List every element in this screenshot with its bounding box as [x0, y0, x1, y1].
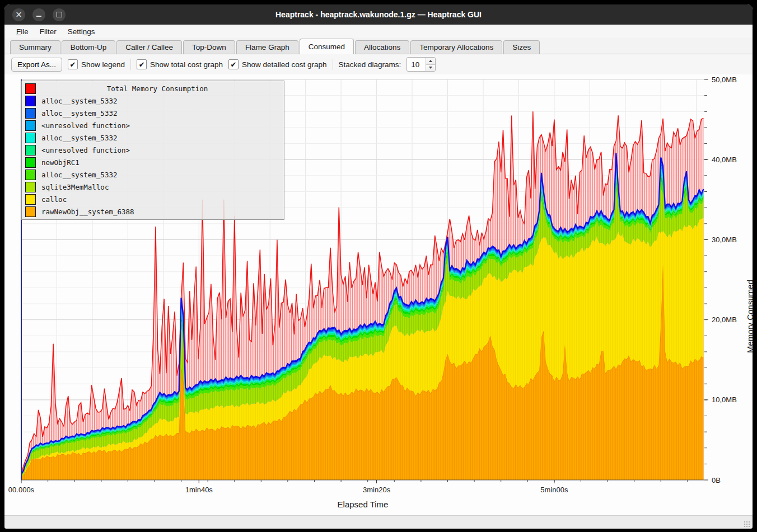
svg-text:3min20s: 3min20s — [363, 486, 391, 494]
legend-label: alloc__system_5332 — [41, 134, 117, 142]
tab-flame-graph[interactable]: Flame Graph — [236, 40, 298, 54]
legend-label: newObjRC1 — [41, 158, 80, 167]
legend-swatch — [25, 83, 36, 94]
legend-item: alloc__system_5332 — [22, 107, 284, 119]
stacked-diagrams-label: Stacked diagrams: — [339, 60, 401, 69]
tab-sizes[interactable]: Sizes — [503, 40, 540, 54]
close-icon: × — [15, 11, 22, 19]
legend-item: rawNewObj__system_6388 — [22, 205, 284, 218]
export-as-button[interactable]: Export As... — [11, 58, 62, 72]
checkbox-icon: ✔ — [137, 59, 147, 69]
screen: × Heaptrack - heaptrack.wakunode.1.gz — … — [0, 0, 757, 532]
legend-label: <unresolved function> — [41, 146, 130, 154]
svg-text:50,0MB: 50,0MB — [712, 76, 737, 84]
legend-swatch — [25, 182, 36, 192]
checkbox-icon: ✔ — [228, 59, 239, 69]
legend-item: newObjRC1 — [22, 156, 284, 168]
stacked-diagrams-spinbox[interactable]: 10 — [406, 57, 436, 72]
resize-grip-icon[interactable] — [744, 521, 751, 528]
legend-swatch — [25, 120, 36, 131]
svg-text:00.000s: 00.000s — [8, 486, 35, 494]
minimize-button[interactable] — [32, 8, 45, 21]
show-detailed-cost-checkbox[interactable]: ✔ Show detailed cost graph — [228, 59, 327, 69]
svg-text:1min40s: 1min40s — [185, 486, 213, 494]
up-arrow-icon — [429, 60, 432, 62]
svg-text:5min00s: 5min00s — [540, 486, 568, 494]
menu-bar: File Filter Settings — [4, 25, 753, 38]
maximize-icon — [57, 12, 62, 17]
legend-swatch — [25, 157, 36, 168]
legend-item: <unresolved function> — [22, 144, 284, 156]
toolbar-separator — [130, 59, 131, 70]
legend-item: Total Memory Consumption — [22, 82, 284, 95]
menu-file[interactable]: File — [11, 26, 34, 37]
svg-text:30,0MB: 30,0MB — [712, 236, 737, 244]
checkbox-label: Show detailed cost graph — [242, 60, 327, 69]
window-title: Heaptrack - heaptrack.wakunode.1.gz — He… — [4, 10, 753, 19]
heaptrack-window: × Heaptrack - heaptrack.wakunode.1.gz — … — [4, 4, 753, 529]
show-total-cost-checkbox[interactable]: ✔ Show total cost graph — [137, 59, 223, 69]
legend-swatch — [25, 206, 36, 217]
minimize-icon — [36, 16, 41, 17]
legend-label: alloc__system_5332 — [41, 109, 117, 117]
maximize-button[interactable] — [53, 8, 66, 21]
spinbox-value[interactable]: 10 — [407, 58, 426, 71]
spinbox-up-button[interactable] — [426, 58, 435, 64]
tab-temporary-allocations[interactable]: Temporary Allocations — [410, 40, 502, 54]
status-bar — [4, 515, 753, 529]
svg-text:10,0MB: 10,0MB — [712, 396, 737, 404]
menu-filter[interactable]: Filter — [35, 26, 62, 37]
menu-settings[interactable]: Settings — [63, 26, 100, 37]
legend-label: sqlite3MemMalloc — [41, 183, 109, 191]
legend-swatch — [25, 194, 36, 205]
tab-caller-callee[interactable]: Caller / Callee — [116, 40, 182, 54]
checkbox-label: Show legend — [81, 60, 125, 69]
legend-label: calloc — [41, 195, 67, 204]
tab-top-down[interactable]: Top-Down — [183, 40, 235, 54]
toolbar: Export As... ✔ Show legend ✔ Show total … — [4, 54, 753, 74]
legend-label: alloc__system_5332 — [41, 97, 117, 105]
title-bar[interactable]: × Heaptrack - heaptrack.wakunode.1.gz — … — [4, 4, 753, 25]
legend-label: Total Memory Consumption — [41, 84, 273, 93]
legend-swatch — [25, 145, 36, 156]
consumed-chart-area: 00.000s1min40s3min20s5min00s0B10,0MB20,0… — [4, 74, 753, 515]
tab-bottom-up[interactable]: Bottom-Up — [62, 40, 116, 54]
tab-consumed[interactable]: Consumed — [300, 39, 354, 54]
tab-summary[interactable]: Summary — [10, 40, 60, 54]
legend-label: alloc__system_5332 — [41, 171, 117, 179]
close-button[interactable]: × — [12, 8, 25, 21]
legend-swatch — [25, 96, 36, 106]
legend-swatch — [25, 170, 36, 180]
legend-swatch — [25, 108, 36, 119]
legend-item: alloc__system_5332 — [22, 168, 284, 181]
svg-text:40,0MB: 40,0MB — [712, 156, 737, 164]
legend-swatch — [25, 133, 36, 143]
checkbox-label: Show total cost graph — [150, 60, 223, 69]
chart-legend: Total Memory Consumption alloc__system_5… — [21, 81, 284, 220]
y-axis-title: Memory Consumed — [746, 280, 753, 353]
toolbar-separator — [333, 59, 333, 70]
legend-item: alloc__system_5332 — [22, 131, 284, 144]
checkbox-icon: ✔ — [68, 59, 78, 69]
down-arrow-icon — [429, 67, 432, 69]
legend-label: rawNewObj__system_6388 — [41, 208, 134, 216]
x-axis-title: Elapsed Time — [4, 500, 721, 509]
show-legend-checkbox[interactable]: ✔ Show legend — [68, 59, 125, 69]
tab-allocations[interactable]: Allocations — [355, 40, 409, 54]
svg-text:20,0MB: 20,0MB — [712, 316, 737, 324]
svg-text:0B: 0B — [712, 476, 721, 484]
tab-bar: Summary Bottom-Up Caller / Callee Top-Do… — [4, 38, 753, 54]
legend-label: <unresolved function> — [41, 121, 130, 130]
legend-item: sqlite3MemMalloc — [22, 181, 284, 193]
legend-item: calloc — [22, 193, 284, 205]
spinbox-down-button[interactable] — [426, 64, 435, 72]
window-controls: × — [12, 8, 66, 21]
legend-item: alloc__system_5332 — [22, 95, 284, 107]
legend-item: <unresolved function> — [22, 119, 284, 131]
